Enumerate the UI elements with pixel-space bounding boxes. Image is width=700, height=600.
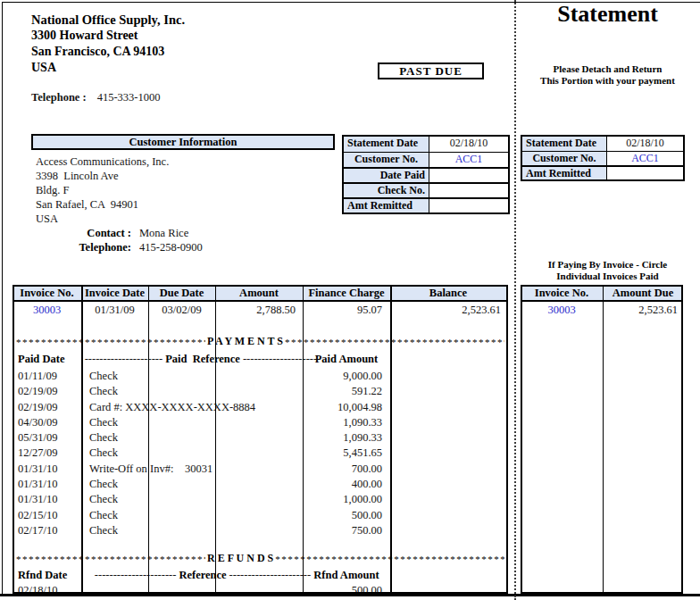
amount-cell: 2,788.50: [215, 303, 296, 318]
grid-line: [12, 285, 508, 287]
company-phone-label: Telephone :: [31, 91, 87, 104]
payment-row: 01/31/10 Check 400.00: [12, 477, 508, 492]
refund-reference-dashes-left: ----------------------: [95, 568, 177, 582]
payment-date-cell: 12/27/09: [18, 446, 57, 461]
payment-reference-cell: Check: [89, 369, 118, 384]
payment-date-cell: 01/31/10: [18, 477, 57, 492]
payments-section-divider: ****************************************…: [16, 335, 504, 348]
payments-rows: 01/11/09 Check 9,000.00 02/19/09 Check 5…: [12, 369, 508, 538]
detach-note-line2: This Portion with your payment: [515, 75, 700, 87]
invoice-activity-table: Invoice No. Invoice Date Due Date Amount…: [12, 285, 508, 594]
customer-phone-row: Telephone: 415-258-0900: [31, 240, 203, 254]
invoice-number-link[interactable]: 30003: [12, 303, 81, 318]
payment-amount-cell: 1,000.00: [303, 492, 382, 507]
stub-remittance-row-value[interactable]: [607, 167, 683, 179]
customer-address-block: Access Communications, Inc.3398 Lincoln …: [36, 154, 169, 226]
remittance-row-value[interactable]: 02/18/10: [429, 137, 508, 152]
payment-date-cell: 02/17/10: [18, 523, 57, 538]
col-header-balance: Balance: [390, 287, 506, 300]
payment-date-cell: 02/19/09: [18, 384, 57, 399]
payment-amount-cell: 1,090.33: [303, 430, 382, 446]
customer-contact-row: Contact : Mona Rice: [31, 226, 188, 240]
grid-line: [12, 592, 508, 594]
payment-amount-cell: 500.00: [303, 508, 382, 523]
circle-invoices-note-line2: Individual Invoices Paid: [515, 271, 700, 282]
invoice-date-cell: 01/31/09: [81, 303, 148, 318]
payment-row: 04/30/09 Check 1,090.33: [12, 415, 508, 430]
payment-reference-cell: Write-Off on Inv#: 30031: [89, 462, 212, 477]
balance-cell: 2,523.61: [390, 303, 501, 318]
payment-reference-cell: Check: [89, 492, 118, 507]
company-address-line: 3300 Howard Street: [31, 28, 185, 44]
remittance-row-value[interactable]: ACC1: [429, 153, 508, 167]
grid-line: [81, 285, 83, 594]
payment-row: 02/15/10 Check 500.00: [12, 508, 508, 523]
payment-reference-cell: Check: [89, 430, 118, 446]
stub-remittance-row: Customer No. ACC1: [522, 151, 683, 165]
payment-row: 12/27/09 Check 5,451.65: [12, 446, 508, 461]
grid-line: [12, 285, 14, 594]
grid-line: [521, 592, 683, 594]
customer-address-line: 3398 Lincoln Ave: [36, 169, 169, 183]
grid-line: [506, 285, 508, 594]
remittance-row: Date Paid: [344, 167, 508, 182]
payment-amount-cell: 9,000.00: [303, 369, 382, 384]
paid-date-header: Paid Date: [18, 352, 64, 366]
circle-invoices-note-line1: If Paying By Invoice - Circle: [515, 259, 700, 271]
payment-date-cell: 01/11/09: [18, 369, 57, 384]
remittance-row: Statement Date 02/18/10: [344, 137, 508, 152]
payment-row: 05/31/09 Check 1,090.33: [12, 430, 508, 446]
customer-phone-label: Telephone:: [31, 240, 131, 254]
remittance-row-label: Date Paid: [344, 169, 429, 182]
stub-invoice-number-link[interactable]: 30003: [521, 303, 603, 318]
past-due-stamp: PAST DUE: [378, 62, 484, 79]
remittance-row-value[interactable]: [429, 199, 508, 212]
company-phone-value: 415-333-1000: [97, 91, 161, 104]
payments-stars-right: ****************************************…: [285, 337, 504, 347]
payment-amount-cell: 10,004.98: [303, 400, 382, 415]
grid-line: [521, 285, 683, 287]
stub-remittance-row: Amt Remitted: [522, 165, 683, 179]
col-header-invoice-no: Invoice No.: [12, 287, 81, 300]
contact-label: Contact :: [31, 226, 131, 240]
stub-col-header-amount-due: Amount Due: [603, 287, 683, 300]
customer-address-line: Bldg. F: [36, 183, 169, 197]
payment-row: 01/11/09 Check 9,000.00: [12, 369, 508, 384]
detach-perforation-divider: [514, 0, 516, 600]
due-date-cell: 03/02/09: [148, 303, 215, 318]
payment-date-cell: 01/31/10: [18, 462, 57, 477]
invoice-row: 30003 01/31/09 03/02/09 2,788.50 95.07 2…: [12, 303, 508, 318]
refunds-rows: 02/18/10 500.00: [12, 583, 508, 598]
paid-reference-dashes-left: ---------------------: [85, 352, 162, 366]
customer-address-line: San Rafael, CA 94901: [36, 197, 169, 212]
grid-line: [521, 300, 683, 302]
remittance-table: Statement Date 02/18/10 Customer No. ACC…: [342, 135, 510, 214]
remittance-row-value[interactable]: [429, 184, 508, 197]
refund-reference-label: Reference: [176, 568, 229, 582]
refund-date-header: Rfnd Date: [18, 568, 67, 582]
remittance-row-value[interactable]: [429, 169, 508, 182]
company-address-block: National Office Supply, Inc. 3300 Howard…: [31, 12, 185, 76]
stub-remittance-table: Statement Date 02/18/10 Customer No. ACC…: [521, 135, 685, 181]
paid-reference-header: ---------------------Paid Reference-----…: [89, 352, 316, 366]
payment-amount-cell: 750.00: [303, 523, 382, 538]
payments-section-label: P A Y M E N T S: [205, 335, 285, 348]
stub-remittance-row-value[interactable]: ACC1: [607, 152, 683, 165]
col-header-amount: Amount: [215, 287, 303, 300]
stub-remittance-row-label: Customer No.: [522, 152, 607, 165]
col-header-invoice-date: Invoice Date: [81, 287, 148, 300]
stub-remittance-row-value[interactable]: 02/18/10: [607, 137, 683, 151]
page-border-left: [2, 2, 3, 595]
customer-phone-value: 415-258-0900: [139, 240, 203, 254]
payment-reference-cell: Check: [89, 523, 118, 538]
payment-amount-cell: 1,090.33: [303, 415, 382, 430]
grid-line: [303, 285, 304, 594]
remittance-row: Amt Remitted: [344, 197, 508, 212]
payment-date-cell: 02/19/09: [18, 400, 57, 415]
refund-reference-dashes-right: ----------------------: [229, 568, 312, 582]
payment-date-cell: 02/15/10: [18, 508, 57, 523]
payment-date-cell: 05/31/09: [18, 430, 57, 446]
paid-amount-header: Paid Amount: [303, 352, 390, 366]
grid-line: [215, 285, 216, 594]
statement-title: Statement: [515, 1, 700, 28]
